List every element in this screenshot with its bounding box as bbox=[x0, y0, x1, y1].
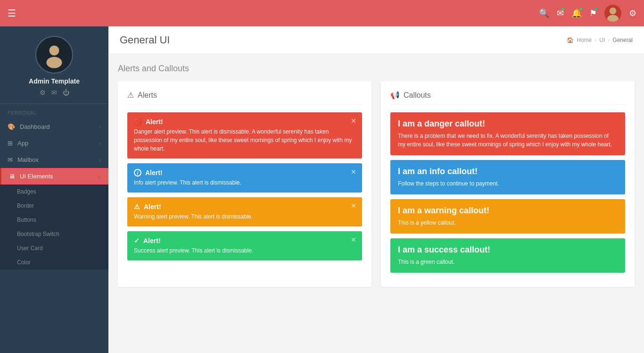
page-header: General UI 🏠 Home › UI › General bbox=[108, 26, 644, 54]
mailbox-chevron: › bbox=[99, 157, 101, 163]
profile-gear-icon[interactable]: ⚙ bbox=[40, 89, 46, 96]
alert-warning: ✕ ⚠ Alert! Warning alert preview. This a… bbox=[127, 197, 362, 227]
avatar[interactable] bbox=[604, 5, 621, 22]
content-area: Alerts and Callouts ⚠ Alerts ✕ 🚫 Alert! bbox=[108, 64, 644, 296]
ui-elements-label: UI Elements bbox=[20, 173, 53, 180]
callouts-icon: 📢 bbox=[390, 91, 400, 100]
alert-danger-close[interactable]: ✕ bbox=[351, 117, 356, 125]
profile-avatar bbox=[35, 36, 73, 74]
alert-success-check-icon: ✓ bbox=[134, 237, 140, 244]
callouts-card: 📢 Callouts I am a danger callout! There … bbox=[381, 81, 635, 287]
subitem-bootstrap-switch[interactable]: Bootstrap Switch bbox=[0, 227, 108, 241]
dashboard-chevron: › bbox=[99, 124, 101, 130]
subitem-color[interactable]: Color bbox=[0, 255, 108, 269]
section-title: Alerts and Callouts bbox=[118, 64, 635, 74]
callout-info-body: Follow the steps to continue to payment. bbox=[398, 179, 618, 188]
alert-info-title: Alert! bbox=[145, 169, 163, 176]
two-col-layout: ⚠ Alerts ✕ 🚫 Alert! Danger alert preview… bbox=[118, 81, 635, 287]
breadcrumb-ui[interactable]: UI bbox=[599, 37, 605, 43]
alert-info: ✕ i Alert! Info alert preview. This aler… bbox=[127, 163, 362, 193]
profile-mail-icon[interactable]: ✉ bbox=[51, 89, 57, 96]
svg-point-3 bbox=[50, 46, 59, 56]
layout: Admin Template ⚙ ✉ ⏻ PERSONAL 🎨 Dashboar… bbox=[0, 26, 644, 353]
alert-warning-triangle-icon: ⚠ bbox=[134, 203, 140, 210]
alerts-title: Alerts bbox=[138, 91, 157, 100]
sidebar-item-app[interactable]: ⊞ App › bbox=[0, 135, 108, 151]
callouts-header: 📢 Callouts bbox=[390, 91, 625, 105]
svg-point-1 bbox=[607, 15, 619, 22]
alert-info-i-icon: i bbox=[134, 169, 141, 176]
callout-info-title: I am an info callout! bbox=[398, 167, 618, 176]
mailbox-icon: ✉ bbox=[8, 156, 13, 163]
settings-icon[interactable]: ⚙ bbox=[629, 8, 636, 18]
sidebar-item-mailbox[interactable]: ✉ Mailbox › bbox=[0, 151, 108, 168]
alert-success-title: Alert! bbox=[143, 237, 161, 244]
alert-warning-title: Alert! bbox=[144, 203, 161, 210]
mail-badge bbox=[561, 7, 565, 11]
alert-warning-body: Warning alert preview. This alert is dis… bbox=[134, 212, 355, 221]
breadcrumb-home-icon: 🏠 bbox=[567, 37, 574, 43]
alerts-header: ⚠ Alerts bbox=[127, 91, 362, 105]
sidebar-profile: Admin Template ⚙ ✉ ⏻ bbox=[0, 26, 108, 104]
alert-danger-ban-icon: 🚫 bbox=[134, 118, 142, 126]
app-chevron: › bbox=[99, 141, 101, 146]
profile-icons: ⚙ ✉ ⏻ bbox=[40, 89, 69, 96]
main-content: General UI 🏠 Home › UI › General Alerts … bbox=[108, 26, 644, 353]
sidebar: Admin Template ⚙ ✉ ⏻ PERSONAL 🎨 Dashboar… bbox=[0, 26, 108, 353]
callout-danger-title: I am a danger callout! bbox=[398, 119, 618, 129]
hamburger-icon[interactable]: ☰ bbox=[8, 8, 16, 19]
breadcrumb-sep2: › bbox=[608, 37, 610, 43]
bell-icon[interactable]: 🔔 bbox=[571, 8, 582, 18]
app-icon: ⊞ bbox=[8, 140, 13, 147]
svg-point-0 bbox=[610, 8, 616, 14]
alert-info-header: i Alert! bbox=[134, 169, 355, 176]
callout-warning: I am a warning callout! This is a yellow… bbox=[390, 199, 625, 234]
alert-success-body: Success alert preview. This alert is dis… bbox=[134, 246, 355, 255]
svg-point-4 bbox=[47, 57, 62, 68]
sidebar-item-ui-elements[interactable]: 🖥 UI Elements ⌄ bbox=[0, 168, 108, 185]
alert-success-close[interactable]: ✕ bbox=[351, 236, 356, 244]
ui-elements-icon: 🖥 bbox=[9, 173, 15, 180]
subitem-user-card[interactable]: User Card bbox=[0, 241, 108, 255]
bell-badge bbox=[579, 7, 583, 11]
app-label: App bbox=[17, 140, 28, 147]
profile-name: Admin Template bbox=[29, 77, 80, 85]
callout-success: I am a success callout! This is a green … bbox=[390, 238, 625, 273]
alert-danger: ✕ 🚫 Alert! Danger alert preview. This al… bbox=[127, 112, 362, 159]
callout-success-title: I am a success callout! bbox=[398, 245, 618, 255]
breadcrumb-sep1: › bbox=[594, 37, 596, 43]
search-icon[interactable]: 🔍 bbox=[539, 8, 549, 18]
alert-info-body: Info alert preview. This alert is dismis… bbox=[134, 178, 355, 187]
callout-warning-body: This is a yellow callout. bbox=[398, 219, 618, 227]
alert-success: ✕ ✓ Alert! Success alert preview. This a… bbox=[127, 231, 362, 261]
sidebar-section-label: PERSONAL bbox=[0, 104, 108, 118]
subitem-badges[interactable]: Badges bbox=[0, 185, 108, 199]
flag-badge bbox=[594, 7, 598, 11]
alert-info-close[interactable]: ✕ bbox=[351, 168, 356, 176]
dashboard-icon: 🎨 bbox=[8, 123, 15, 130]
page-title: General UI bbox=[120, 34, 170, 46]
subitem-border[interactable]: Border bbox=[0, 199, 108, 213]
mail-icon[interactable]: ✉ bbox=[557, 8, 564, 18]
breadcrumb-home[interactable]: Home bbox=[577, 37, 592, 43]
sidebar-submenu: Badges Border Buttons Bootstrap Switch U… bbox=[0, 185, 108, 269]
alerts-icon: ⚠ bbox=[127, 91, 134, 100]
profile-power-icon[interactable]: ⏻ bbox=[63, 89, 69, 96]
callout-success-body: This is a green callout. bbox=[398, 258, 618, 266]
breadcrumb: 🏠 Home › UI › General bbox=[567, 37, 633, 43]
breadcrumb-current: General bbox=[612, 37, 633, 43]
callout-info: I am an info callout! Follow the steps t… bbox=[390, 160, 625, 194]
topnav-left: ☰ bbox=[8, 8, 16, 19]
callouts-title: Callouts bbox=[404, 91, 431, 100]
top-navbar: ☰ 🔍 ✉ 🔔 ⚑ ⚙ bbox=[0, 0, 644, 26]
alert-success-header: ✓ Alert! bbox=[134, 237, 355, 244]
flag-icon[interactable]: ⚑ bbox=[589, 8, 597, 18]
alert-warning-close[interactable]: ✕ bbox=[351, 202, 356, 210]
alerts-card: ⚠ Alerts ✕ 🚫 Alert! Danger alert preview… bbox=[118, 81, 372, 287]
callout-danger-body: There is a problem that we need to fix. … bbox=[398, 132, 618, 149]
subitem-buttons[interactable]: Buttons bbox=[0, 213, 108, 227]
sidebar-item-dashboard[interactable]: 🎨 Dashboard › bbox=[0, 118, 108, 135]
alert-danger-title: Alert! bbox=[146, 118, 163, 126]
callout-warning-title: I am a warning callout! bbox=[398, 206, 618, 216]
mailbox-label: Mailbox bbox=[17, 156, 39, 163]
